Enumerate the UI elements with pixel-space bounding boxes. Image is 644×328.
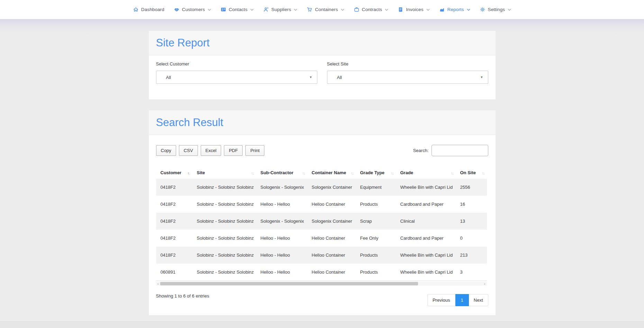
horizontal-scrollbar[interactable]: ‹ ›	[156, 282, 487, 286]
column-header-container-name[interactable]: Container Name↑↓	[307, 167, 356, 179]
sort-icons: ↑↓	[188, 171, 190, 175]
nav-item-suppliers[interactable]: Suppliers	[263, 7, 297, 12]
search-result-panel: Search Result Copy CSV Excel PDF Print S…	[149, 110, 496, 315]
caret-down-icon: ▼	[309, 76, 312, 79]
nav-label: Customers	[182, 7, 205, 12]
table-cell: 16	[456, 196, 487, 213]
table-row: 0418F2Solobinz - Solobinz SolobinzHelloo…	[156, 196, 487, 213]
sort-icons: ↑↓	[351, 171, 353, 175]
customer-select[interactable]: All ▼	[156, 71, 317, 84]
column-label: On Site	[460, 170, 476, 175]
nav-item-dashboard[interactable]: Dashboard	[133, 7, 164, 12]
table-cell: 0418F2	[156, 196, 192, 213]
table-cell: 213	[456, 247, 487, 264]
table-cell: 13	[456, 213, 487, 230]
page-title: Site Report	[156, 36, 488, 50]
excel-button[interactable]: Excel	[201, 145, 221, 156]
sort-icons: ↑↓	[391, 171, 393, 175]
column-label: Grade	[400, 170, 414, 175]
table-row: 060891Solobinz - Solobinz SolobinzHelloo…	[156, 264, 487, 281]
column-header-sub-contractor[interactable]: Sub-Contractor↑↓	[256, 167, 307, 179]
site-filter-group: Select Site All ▼	[327, 61, 488, 84]
table-cell: Solobinz - Solobinz Solobinz	[192, 196, 256, 213]
table-cell: Fee Only	[356, 230, 396, 247]
nav-label: Invoices	[406, 7, 423, 12]
table-cell: Solobinz - Solobinz Solobinz	[192, 213, 256, 230]
column-label: Grade Type	[360, 170, 385, 175]
search-input[interactable]	[432, 145, 488, 156]
scrollbar-thumb[interactable]	[160, 282, 418, 285]
table-cell: Helloo - Helloo	[256, 230, 307, 247]
page-1-button[interactable]: 1	[455, 294, 469, 306]
top-navbar: Dashboard Customers Contacts	[0, 0, 644, 19]
column-header-grade[interactable]: Grade↑↓	[396, 167, 456, 179]
nav-label: Containers	[315, 7, 338, 12]
table-cell: Products	[356, 247, 396, 264]
table-toolbar: Copy CSV Excel PDF Print Search:	[156, 145, 488, 156]
copy-button[interactable]: Copy	[156, 145, 176, 156]
table-cell: Solobinz - Solobinz Solobinz	[192, 179, 256, 196]
column-label: Sub-Contractor	[261, 170, 293, 175]
table-cell: Products	[356, 264, 396, 281]
column-header-site[interactable]: Site↑↓	[192, 167, 256, 179]
site-select-value: All	[337, 75, 342, 80]
table-cell: Cardboard and Paper	[396, 196, 456, 213]
table-cell: Clinical	[396, 213, 456, 230]
next-page-button[interactable]: Next	[469, 294, 488, 306]
print-button[interactable]: Print	[245, 145, 264, 156]
column-label: Customer	[161, 170, 182, 175]
table-cell: Equipment	[356, 179, 396, 196]
main-content: Site Report Select Customer All ▼ Select…	[149, 31, 496, 315]
scroll-right-icon[interactable]: ›	[483, 282, 487, 286]
nav-label: Contracts	[362, 7, 382, 12]
sort-icons: ↑↓	[482, 171, 484, 175]
chart-icon	[439, 7, 445, 12]
table-cell: 0418F2	[156, 230, 192, 247]
report-filters: Select Customer All ▼ Select Site All ▼	[149, 55, 496, 99]
site-select[interactable]: All ▼	[327, 71, 488, 84]
contacts-card-icon	[220, 7, 226, 12]
nav-item-containers[interactable]: Containers	[307, 7, 344, 12]
chevron-down-icon	[426, 9, 430, 11]
customer-filter-label: Select Customer	[156, 61, 317, 67]
pagination: Previous 1 Next	[427, 294, 488, 306]
table-cell: Helloo - Helloo	[256, 264, 307, 281]
chevron-down-icon	[208, 9, 211, 11]
csv-button[interactable]: CSV	[179, 145, 198, 156]
nav-item-reports[interactable]: Reports	[439, 7, 470, 12]
nav-item-settings[interactable]: Settings	[480, 7, 511, 12]
column-header-customer[interactable]: Customer↑↓	[156, 167, 192, 179]
cart-icon	[307, 7, 312, 12]
nav-item-contracts[interactable]: Contracts	[354, 7, 389, 12]
table-cell: 0418F2	[156, 179, 192, 196]
sort-icons: ↑↓	[302, 171, 305, 175]
previous-page-button[interactable]: Previous	[427, 294, 455, 306]
table-row: 0418F2Solobinz - Solobinz SolobinzHelloo…	[156, 247, 487, 264]
table-cell: Helloo Container	[307, 196, 356, 213]
table-cell: 060891	[156, 264, 192, 281]
caret-down-icon: ▼	[480, 76, 483, 79]
nav-item-customers[interactable]: Customers	[174, 7, 211, 12]
table-cell: Sologenix - Sologenix	[256, 213, 307, 230]
column-label: Container Name	[312, 170, 346, 175]
table-cell: Helloo Container	[307, 230, 356, 247]
customers-icon	[174, 7, 180, 12]
column-label: Site	[197, 170, 205, 175]
scrollbar-track[interactable]	[160, 282, 483, 286]
table-cell: Helloo Container	[307, 264, 356, 281]
nav-item-contacts[interactable]: Contacts	[220, 7, 254, 12]
table-cell: Solobinz - Solobinz Solobinz	[192, 264, 256, 281]
table-footer: Showing 1 to 6 of 6 entries Previous 1 N…	[156, 291, 488, 310]
nav-label: Contacts	[229, 7, 247, 12]
table-cell: 2556	[456, 179, 487, 196]
chevron-down-icon	[508, 9, 511, 11]
table-cell: 0418F2	[156, 247, 192, 264]
table-row: 0418F2Solobinz - Solobinz SolobinzHelloo…	[156, 230, 487, 247]
column-header-on-site[interactable]: On Site↑↓	[456, 167, 487, 179]
table-cell: Helloo - Helloo	[256, 196, 307, 213]
column-header-grade-type[interactable]: Grade Type↑↓	[356, 167, 396, 179]
nav-item-invoices[interactable]: Invoices	[398, 7, 429, 12]
scroll-left-icon[interactable]: ‹	[156, 282, 160, 286]
table-cell: Sologenix Container	[307, 213, 356, 230]
pdf-button[interactable]: PDF	[224, 145, 243, 156]
